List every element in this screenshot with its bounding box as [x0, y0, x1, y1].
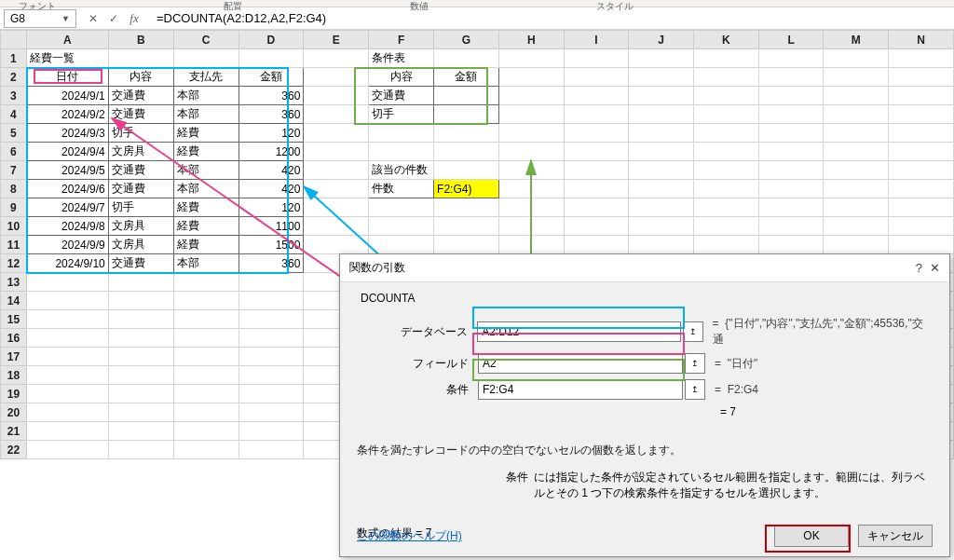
- row-header[interactable]: 21: [1, 422, 27, 441]
- cell[interactable]: [108, 385, 173, 403]
- cell[interactable]: [629, 49, 694, 68]
- cell[interactable]: [369, 198, 434, 217]
- cell[interactable]: [758, 68, 824, 87]
- cell[interactable]: 経費: [173, 124, 238, 143]
- cell[interactable]: 1100: [238, 217, 304, 236]
- cell[interactable]: [564, 180, 629, 198]
- cell[interactable]: 日付: [26, 68, 108, 87]
- cell[interactable]: 経費: [173, 198, 238, 217]
- cell[interactable]: [629, 198, 694, 217]
- cell[interactable]: [108, 49, 173, 68]
- cell[interactable]: 交通費: [108, 161, 173, 180]
- cell[interactable]: 1200: [238, 143, 304, 161]
- cell[interactable]: 交通費: [369, 87, 434, 105]
- col-header[interactable]: A: [26, 31, 108, 49]
- cell[interactable]: 2024/9/2: [26, 105, 108, 124]
- fx-icon[interactable]: fx: [125, 9, 143, 28]
- cell[interactable]: [238, 385, 304, 403]
- cell[interactable]: [824, 49, 889, 68]
- cell[interactable]: 2024/9/5: [26, 161, 108, 180]
- row-header[interactable]: 1: [1, 49, 27, 68]
- cell[interactable]: [889, 49, 954, 68]
- cell[interactable]: [304, 105, 369, 124]
- cell[interactable]: 件数: [369, 180, 434, 198]
- cell[interactable]: 切手: [108, 198, 173, 217]
- cell[interactable]: [26, 366, 108, 385]
- cell[interactable]: [108, 329, 173, 348]
- cell[interactable]: [498, 236, 564, 254]
- cell[interactable]: [304, 124, 369, 143]
- cell[interactable]: [304, 236, 369, 254]
- cell[interactable]: [758, 49, 824, 68]
- cell[interactable]: [173, 366, 238, 385]
- cell[interactable]: 交通費: [108, 254, 173, 273]
- cell[interactable]: 360: [238, 87, 304, 105]
- function-help-link[interactable]: この関数のヘルプ(H): [357, 528, 462, 544]
- cell[interactable]: [369, 217, 434, 236]
- range-picker-icon[interactable]: ↥: [685, 353, 705, 374]
- cell[interactable]: [108, 310, 173, 329]
- cell[interactable]: [629, 68, 694, 87]
- cell[interactable]: [694, 161, 759, 180]
- row-header[interactable]: 22: [1, 441, 27, 459]
- cell[interactable]: 本部: [173, 180, 238, 198]
- cell[interactable]: [629, 180, 694, 198]
- name-box[interactable]: G8▼: [4, 9, 76, 28]
- col-header[interactable]: I: [564, 31, 629, 49]
- cell[interactable]: [238, 403, 304, 422]
- cell[interactable]: [889, 143, 954, 161]
- col-header[interactable]: D: [238, 31, 304, 49]
- cell[interactable]: [824, 87, 889, 105]
- cell[interactable]: [498, 161, 564, 180]
- row-header[interactable]: 14: [1, 292, 27, 310]
- cell[interactable]: [758, 198, 824, 217]
- cell[interactable]: 文房具: [108, 236, 173, 254]
- cell[interactable]: [108, 292, 173, 310]
- cell[interactable]: [434, 161, 499, 180]
- cell[interactable]: [824, 124, 889, 143]
- range-picker-icon[interactable]: ↥: [683, 321, 703, 342]
- cell[interactable]: [889, 124, 954, 143]
- cell[interactable]: [108, 366, 173, 385]
- cell[interactable]: [434, 49, 499, 68]
- cell[interactable]: 2024/9/10: [26, 254, 108, 273]
- close-icon[interactable]: ✕: [930, 261, 940, 275]
- cell[interactable]: [694, 236, 759, 254]
- cell[interactable]: [108, 441, 173, 459]
- cell[interactable]: [434, 198, 499, 217]
- cell[interactable]: [824, 143, 889, 161]
- cell[interactable]: 本部: [173, 161, 238, 180]
- cell[interactable]: 文房具: [108, 217, 173, 236]
- cell[interactable]: [889, 217, 954, 236]
- cell[interactable]: 2024/9/7: [26, 198, 108, 217]
- cell[interactable]: 2024/9/3: [26, 124, 108, 143]
- row-header[interactable]: 20: [1, 403, 27, 422]
- cell[interactable]: [889, 105, 954, 124]
- cell[interactable]: [824, 161, 889, 180]
- cell[interactable]: 2024/9/4: [26, 143, 108, 161]
- cell[interactable]: [173, 310, 238, 329]
- col-header[interactable]: F: [369, 31, 434, 49]
- cell[interactable]: [824, 217, 889, 236]
- col-header[interactable]: E: [304, 31, 369, 49]
- cell[interactable]: [758, 161, 824, 180]
- cell[interactable]: [889, 236, 954, 254]
- row-header[interactable]: 15: [1, 310, 27, 329]
- arg-input-1[interactable]: [478, 353, 683, 374]
- cell[interactable]: [824, 68, 889, 87]
- cell[interactable]: [173, 49, 238, 68]
- row-header[interactable]: 11: [1, 236, 27, 254]
- cell[interactable]: 2024/9/6: [26, 180, 108, 198]
- cell[interactable]: [758, 180, 824, 198]
- cell[interactable]: [173, 273, 238, 292]
- cell[interactable]: [564, 143, 629, 161]
- cell[interactable]: [824, 198, 889, 217]
- cell[interactable]: [564, 124, 629, 143]
- col-header[interactable]: C: [173, 31, 238, 49]
- cell[interactable]: [889, 87, 954, 105]
- cell[interactable]: [498, 68, 564, 87]
- cell[interactable]: [238, 441, 304, 459]
- cell[interactable]: [173, 348, 238, 366]
- cell[interactable]: [889, 198, 954, 217]
- cell[interactable]: [629, 87, 694, 105]
